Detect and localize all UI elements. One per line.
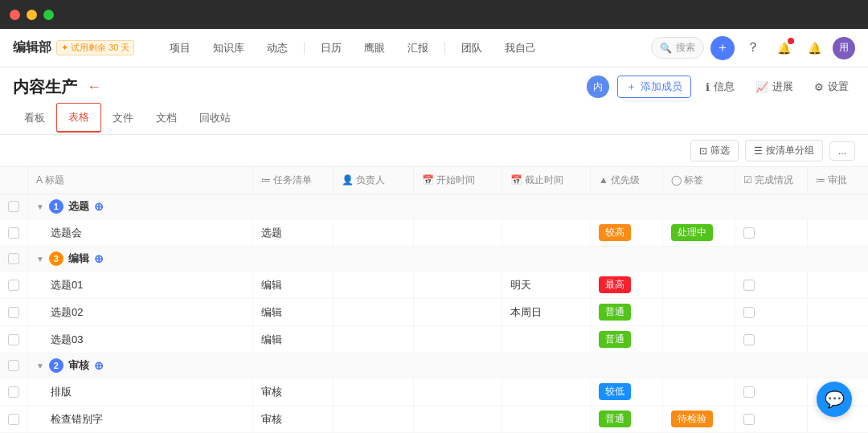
nav-item-project[interactable]: 项目 <box>160 36 200 60</box>
row-complete[interactable] <box>735 219 808 247</box>
row-complete[interactable] <box>735 378 808 406</box>
row-checkbox[interactable] <box>8 414 19 425</box>
row-checkbox[interactable] <box>8 307 19 318</box>
nav-item-me[interactable]: 我自己 <box>495 36 546 60</box>
row-end[interactable]: 本周日 <box>502 299 591 326</box>
message-button[interactable]: 🔔 <box>802 36 826 60</box>
group-toggle[interactable]: ▼ <box>36 202 44 211</box>
group-add-button[interactable]: ⊕ <box>94 252 104 265</box>
row-person[interactable] <box>334 406 414 433</box>
complete-checkbox[interactable] <box>743 307 755 318</box>
row-task[interactable]: 编辑 <box>253 326 334 353</box>
tab-trash[interactable]: 回收站 <box>188 104 242 133</box>
complete-checkbox[interactable] <box>743 334 755 345</box>
col-priority[interactable]: ▲优先级 <box>591 167 663 194</box>
group-checkbox[interactable] <box>8 201 19 212</box>
row-end[interactable] <box>502 326 591 353</box>
col-approve[interactable]: ≔审批 <box>808 167 869 194</box>
tab-docs[interactable]: 文档 <box>145 104 188 133</box>
row-complete[interactable] <box>735 406 808 433</box>
tab-table[interactable]: 表格 <box>56 103 101 133</box>
complete-checkbox[interactable] <box>743 386 755 398</box>
help-button[interactable]: ？ <box>741 36 765 60</box>
info-button[interactable]: ℹ 信息 <box>699 76 741 97</box>
nav-item-activity[interactable]: 动态 <box>257 36 297 60</box>
row-complete[interactable] <box>735 299 808 326</box>
col-tag[interactable]: ◯标签 <box>663 167 735 194</box>
row-complete[interactable] <box>735 272 808 299</box>
row-approve[interactable] <box>808 272 869 299</box>
more-button[interactable]: ... <box>829 141 855 161</box>
add-button[interactable]: ＋ <box>710 36 735 60</box>
row-title[interactable]: 选题01 <box>28 272 253 299</box>
tab-files[interactable]: 文件 <box>101 104 145 133</box>
row-approve[interactable] <box>808 326 869 353</box>
row-person[interactable] <box>334 272 414 299</box>
row-checkbox[interactable] <box>8 280 19 291</box>
nav-item-report[interactable]: 汇报 <box>398 36 438 60</box>
group-toggle[interactable]: ▼ <box>36 362 44 370</box>
row-task[interactable]: 编辑 <box>253 272 334 299</box>
row-approve[interactable] <box>808 299 869 326</box>
group-toggle[interactable]: ▼ <box>36 255 44 263</box>
nav-item-team[interactable]: 团队 <box>452 36 492 60</box>
row-approve[interactable] <box>808 219 869 247</box>
row-checkbox[interactable] <box>8 227 19 239</box>
row-task[interactable]: 审核 <box>253 406 334 433</box>
row-start[interactable] <box>414 378 502 406</box>
row-end[interactable] <box>502 406 591 433</box>
row-person[interactable] <box>334 326 414 353</box>
nav-item-knowledge[interactable]: 知识库 <box>203 36 254 60</box>
row-title[interactable]: 选题02 <box>28 299 253 326</box>
row-title[interactable]: 选题会 <box>28 219 253 247</box>
row-start[interactable] <box>414 272 502 299</box>
complete-checkbox[interactable] <box>743 414 755 425</box>
row-person[interactable] <box>334 378 414 406</box>
col-end[interactable]: 📅截止时间 <box>502 167 591 194</box>
row-title[interactable]: 检查错别字 <box>28 406 253 433</box>
col-person[interactable]: 👤负责人 <box>334 167 414 194</box>
settings-button[interactable]: ⚙ 设置 <box>808 76 855 97</box>
nav-item-eagle[interactable]: 鹰眼 <box>354 36 395 60</box>
filter-button[interactable]: ⊡ 筛选 <box>690 140 739 161</box>
row-end[interactable] <box>502 378 591 406</box>
row-end[interactable]: 明天 <box>502 272 591 299</box>
close-button[interactable] <box>10 10 20 20</box>
progress-button[interactable]: 📈 进展 <box>749 76 800 97</box>
row-checkbox[interactable] <box>8 334 19 345</box>
group-checkbox[interactable] <box>8 360 19 371</box>
row-person[interactable] <box>334 219 414 247</box>
row-checkbox[interactable] <box>8 386 19 398</box>
group-checkbox[interactable] <box>8 253 19 264</box>
col-start[interactable]: 📅开始时间 <box>414 167 502 194</box>
col-task[interactable]: ≔任务清单 <box>253 167 334 194</box>
group-add-button[interactable]: ⊕ <box>94 359 104 372</box>
row-start[interactable] <box>414 406 502 433</box>
row-task[interactable]: 审核 <box>253 378 334 406</box>
nav-item-calendar[interactable]: 日历 <box>311 36 351 60</box>
group-add-button[interactable]: ⊕ <box>94 200 104 213</box>
row-start[interactable] <box>414 299 502 326</box>
col-title[interactable]: A标题 <box>28 167 253 194</box>
chat-widget[interactable]: 💬 <box>817 382 852 417</box>
row-end[interactable] <box>502 219 591 247</box>
complete-checkbox[interactable] <box>743 280 755 291</box>
row-complete[interactable] <box>735 326 808 353</box>
row-task[interactable]: 选题 <box>253 219 334 247</box>
row-person[interactable] <box>334 299 414 326</box>
user-avatar[interactable]: 用 <box>833 37 855 59</box>
tab-kanban[interactable]: 看板 <box>13 104 56 133</box>
minimize-button[interactable] <box>27 10 37 20</box>
row-task[interactable]: 编辑 <box>253 299 334 326</box>
row-start[interactable] <box>414 326 502 353</box>
maximize-button[interactable] <box>43 10 54 20</box>
search-box[interactable]: 🔍 搜索 <box>651 37 704 59</box>
row-start[interactable] <box>414 219 502 247</box>
notification-button[interactable]: 🔔 <box>772 36 796 60</box>
group-button[interactable]: ☰ 按清单分组 <box>745 140 823 161</box>
row-title[interactable]: 选题03 <box>28 326 253 353</box>
add-member-button[interactable]: ＋ 添加成员 <box>617 76 691 98</box>
col-complete[interactable]: ☑完成情况 <box>735 167 808 194</box>
row-title[interactable]: 排版 <box>28 378 253 406</box>
complete-checkbox[interactable] <box>743 227 755 239</box>
